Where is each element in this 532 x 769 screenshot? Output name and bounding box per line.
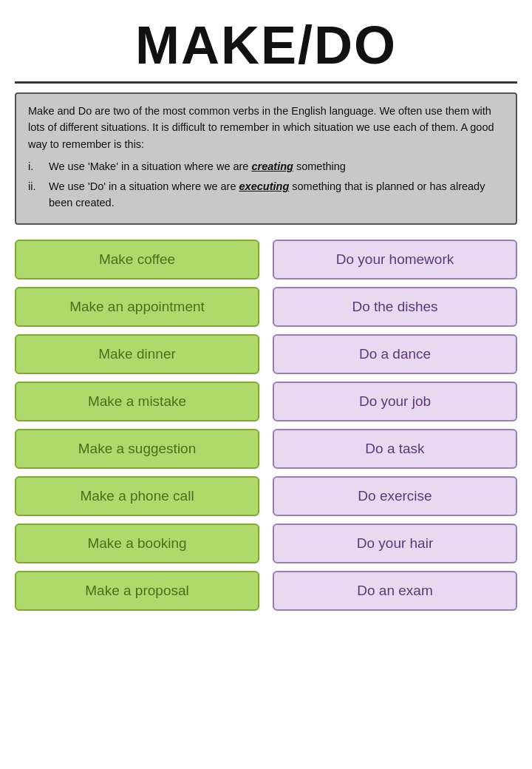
desc-text-2-before: We use 'Do' in a situation where we are (49, 180, 239, 192)
desc-text-1: We use 'Make' in a situation where we ar… (49, 158, 504, 175)
make-item-1[interactable]: Make an appointment (15, 287, 259, 327)
desc-highlight-2: executing (239, 180, 290, 192)
make-item-6[interactable]: Make a booking (15, 524, 259, 563)
do-item-7[interactable]: Do an exam (273, 571, 517, 611)
description-intro: Make and Do are two of the most common v… (28, 103, 504, 152)
make-item-2[interactable]: Make dinner (15, 334, 259, 374)
make-item-7[interactable]: Make a proposal (15, 571, 259, 611)
desc-text-1-after: something (293, 160, 346, 172)
description-list: i. We use 'Make' in a situation where we… (28, 158, 504, 211)
make-item-3[interactable]: Make a mistake (15, 382, 259, 421)
do-item-2[interactable]: Do a dance (273, 334, 517, 374)
desc-text-2: We use 'Do' in a situation where we are … (49, 178, 504, 211)
do-item-3[interactable]: Do your job (273, 382, 517, 421)
desc-highlight-1: creating (251, 160, 293, 172)
desc-text-1-before: We use 'Make' in a situation where we ar… (49, 160, 251, 172)
do-item-1[interactable]: Do the dishes (273, 287, 517, 327)
items-grid: Make coffeeDo your homeworkMake an appoi… (11, 240, 521, 611)
description-box: Make and Do are two of the most common v… (15, 92, 517, 225)
page-title: MAKE/DO (11, 7, 521, 81)
roman-numeral-1: i. (28, 158, 49, 175)
make-item-0[interactable]: Make coffee (15, 240, 259, 280)
divider (15, 81, 517, 84)
make-item-5[interactable]: Make a phone call (15, 476, 259, 516)
desc-point-2: ii. We use 'Do' in a situation where we … (28, 178, 504, 211)
do-item-0[interactable]: Do your homework (273, 240, 517, 280)
do-item-6[interactable]: Do your hair (273, 524, 517, 563)
desc-point-1: i. We use 'Make' in a situation where we… (28, 158, 504, 175)
roman-numeral-2: ii. (28, 178, 49, 211)
do-item-4[interactable]: Do a task (273, 429, 517, 469)
do-item-5[interactable]: Do exercise (273, 476, 517, 516)
make-item-4[interactable]: Make a suggestion (15, 429, 259, 469)
